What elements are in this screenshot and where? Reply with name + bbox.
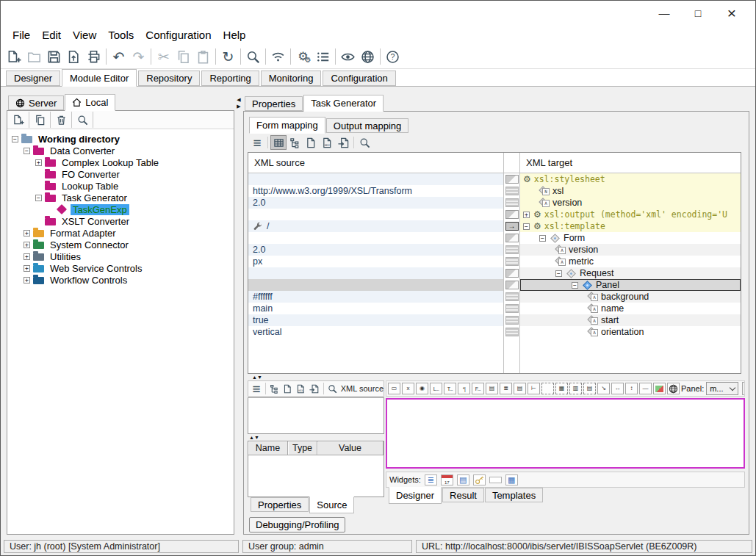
tree-item-data-converter[interactable]: −Data Converter [7, 145, 234, 156]
collapse-icon[interactable]: − [555, 270, 562, 277]
label-widget-icon[interactable]: L... [430, 383, 442, 394]
expand-icon[interactable]: + [24, 230, 30, 237]
tree-item-system-connector[interactable]: +System Connector [7, 239, 234, 250]
tab-repository[interactable]: Repository [138, 71, 200, 86]
import-document-icon[interactable] [308, 382, 321, 396]
tree-item-web-service-controls[interactable]: +Web Service Controls [7, 262, 234, 274]
xml-target-row[interactable]: −⚙xsl:template [520, 220, 741, 232]
xml-target-row[interactable]: version [520, 197, 741, 209]
toolbar-overflow-icon[interactable] [742, 382, 745, 395]
xml-source-row[interactable]: true [248, 314, 503, 326]
expand-icon[interactable]: + [24, 242, 30, 248]
xml-source-row[interactable]: 2.0 [248, 197, 503, 209]
map-value-button[interactable] [505, 328, 519, 336]
formatted-field-widget-icon[interactable]: F... [472, 383, 484, 394]
map-value-button[interactable] [505, 187, 519, 195]
map-element-button[interactable] [505, 210, 519, 219]
document-widget-icon[interactable]: ≣ [500, 383, 512, 394]
xml-target-row[interactable]: start [520, 314, 741, 326]
tab-designer[interactable]: Designer [6, 71, 60, 86]
tab-reporting[interactable]: Reporting [201, 71, 259, 86]
menu-item-file[interactable]: File [7, 27, 36, 43]
tree-item-lookup-table[interactable]: Lookup Table [7, 180, 234, 192]
expand-icon[interactable]: + [24, 277, 30, 284]
tab-module-editor[interactable]: Module Editor [62, 69, 137, 87]
expand-icon[interactable]: + [523, 212, 530, 218]
tree-item-task-generator[interactable]: −Task Generator [7, 192, 234, 203]
xml-target-row[interactable]: ⚙xsl:stylesheet [520, 173, 741, 185]
search-icon[interactable] [243, 47, 263, 67]
undo-icon[interactable]: ↶ [109, 47, 129, 67]
xml-source-row[interactable]: px [248, 256, 503, 267]
search-icon[interactable] [356, 135, 372, 150]
map-element-button[interactable] [505, 175, 519, 184]
xml-source-row[interactable]: 2.0 [248, 244, 503, 256]
tab-server[interactable]: Server [8, 95, 64, 110]
print-icon[interactable] [84, 47, 104, 67]
document-view-icon[interactable] [303, 135, 319, 150]
list-widget-icon[interactable]: ▤ [514, 383, 526, 394]
map-element-button[interactable] [505, 234, 519, 242]
options-list-icon[interactable] [313, 47, 333, 67]
menu-item-edit[interactable]: Edit [36, 27, 67, 43]
minimize-button[interactable]: — [652, 4, 676, 23]
checkbox-widget-icon[interactable]: x [402, 383, 414, 394]
textfield-widget-icon[interactable] [489, 477, 502, 483]
password-widget-icon[interactable]: *| [458, 383, 470, 394]
help-icon[interactable] [383, 47, 403, 67]
menu-item-view[interactable]: View [67, 27, 102, 43]
menu-icon[interactable]: ≡ [250, 382, 263, 396]
vertical-resize-widget-icon[interactable]: ↕ [625, 383, 638, 394]
xml-target-row[interactable]: orientation [520, 326, 741, 338]
document-view-icon[interactable] [281, 382, 295, 396]
column-header-value[interactable]: Value [317, 441, 384, 455]
expand-icon[interactable]: + [24, 265, 30, 272]
hex-view-icon[interactable] [295, 382, 308, 396]
map-value-button[interactable] [505, 292, 519, 301]
refresh-icon[interactable]: ↻ [218, 47, 238, 67]
search-icon[interactable] [74, 112, 90, 128]
splitter-up-icon[interactable]: ▲ [252, 375, 257, 380]
new-file-icon[interactable] [10, 112, 26, 128]
delete-icon[interactable] [53, 112, 69, 128]
expand-icon[interactable]: + [35, 159, 42, 166]
xml-source-row[interactable]: / [248, 220, 503, 232]
list-widget-icon[interactable]: ≣ [425, 474, 437, 485]
collapse-icon[interactable]: − [572, 282, 578, 289]
grid-view-icon[interactable] [270, 135, 287, 150]
tab-designer[interactable]: Designer [389, 487, 442, 504]
collapse-right-icon[interactable]: ▶ [237, 103, 240, 109]
tab-output-mapping[interactable]: Output mapping [326, 118, 409, 133]
xml-source-row[interactable]: #ffffff [248, 291, 503, 303]
panel-widget-icon[interactable]: ▭ [388, 383, 400, 394]
xml-source-row[interactable]: main [248, 303, 503, 314]
splitter-down-icon[interactable]: ▼ [254, 435, 259, 440]
map-value-button[interactable] [505, 316, 519, 325]
textarea-widget-icon[interactable]: ▤ [486, 383, 498, 394]
xml-target-row[interactable]: metric [520, 256, 741, 267]
calendar-widget-icon[interactable] [441, 474, 453, 485]
xml-target-row[interactable]: background [520, 291, 741, 303]
separator-widget-icon[interactable]: — [639, 383, 652, 394]
map-value-button[interactable] [505, 257, 519, 266]
xml-source-row[interactable]: http://www.w3.org/1999/XSL/Transform [248, 185, 503, 197]
panel-splitter[interactable]: ◀ ▶ [235, 93, 242, 535]
tree-item-complex-lookup-table[interactable]: +Complex Lookup Table [7, 156, 234, 168]
import-file-icon[interactable] [64, 47, 84, 67]
splitter-up-icon[interactable]: ▲ [249, 435, 254, 440]
menu-item-tools[interactable]: Tools [102, 27, 140, 43]
collapse-left-icon[interactable]: ◀ [237, 96, 240, 103]
horizontal-resize-widget-icon[interactable]: ↔ [611, 383, 624, 394]
view-eye-icon[interactable] [338, 47, 358, 67]
search-icon[interactable] [326, 382, 339, 396]
menu-icon[interactable]: ≡ [249, 135, 265, 150]
debugging-profiling-button[interactable]: Debugging/Profiling [249, 517, 345, 532]
close-button[interactable]: × [720, 4, 744, 23]
expand-icon[interactable]: + [24, 253, 30, 260]
panel-dropdown[interactable]: m... [706, 382, 738, 395]
settings-gears-icon[interactable]: ⚙ [293, 47, 313, 67]
selection-widget-icon[interactable] [541, 383, 554, 394]
grid-widget-icon[interactable]: ▦ [555, 383, 568, 394]
detail-splitter[interactable]: ▲ ▼ [248, 434, 384, 441]
rows-widget-icon[interactable]: ▤ [583, 383, 596, 394]
